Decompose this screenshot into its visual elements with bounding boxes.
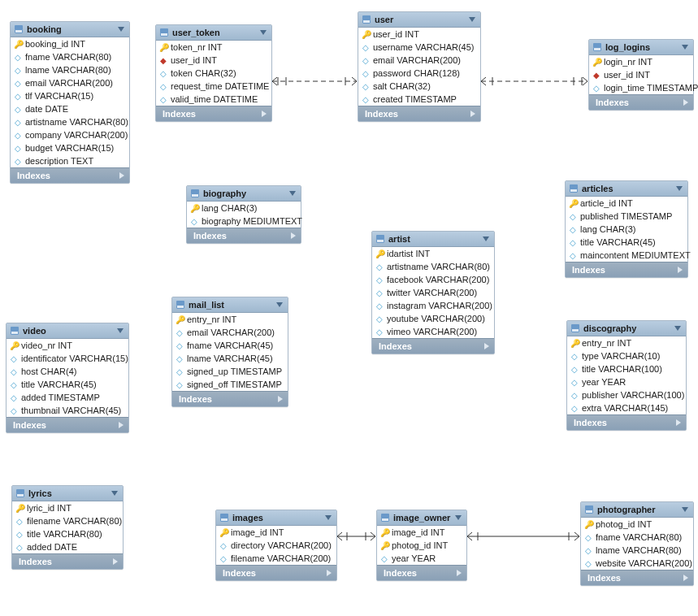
table-user-token[interactable]: user_token 🔑token_nr INT◆user_id INT◇tok…: [155, 24, 272, 122]
table-header[interactable]: video: [7, 323, 128, 339]
column-row[interactable]: 🔑token_nr INT: [156, 41, 271, 54]
indexes-section[interactable]: Indexes: [358, 106, 480, 121]
column-row[interactable]: ◇lname VARCHAR(80): [11, 63, 129, 76]
column-row[interactable]: ◇extra VARCHAR(145): [567, 401, 686, 414]
column-row[interactable]: 🔑idartist INT: [372, 247, 494, 260]
column-row[interactable]: ◇fname VARCHAR(80): [11, 50, 129, 63]
column-row[interactable]: ◇description TEXT: [11, 154, 129, 167]
column-row[interactable]: ◇added DATE: [12, 540, 123, 553]
column-row[interactable]: ◇created TIMESTAMP: [358, 93, 480, 106]
table-header[interactable]: artist: [372, 232, 494, 247]
table-mail-list[interactable]: mail_list 🔑entry_nr INT◇email VARCHAR(20…: [171, 297, 288, 407]
column-row[interactable]: ◇username VARCHAR(45): [358, 41, 480, 54]
column-row[interactable]: ◇directory VARCHAR(200): [216, 539, 336, 552]
table-header[interactable]: biography: [187, 186, 301, 202]
column-row[interactable]: 🔑image_id INT: [377, 526, 466, 539]
column-row[interactable]: ◇title VARCHAR(100): [567, 362, 686, 375]
indexes-section[interactable]: Indexes: [589, 94, 693, 110]
indexes-section[interactable]: Indexes: [172, 391, 288, 406]
column-row[interactable]: ◇maincontent MEDIUMTEXT: [566, 249, 687, 262]
column-row[interactable]: ◇thumbnail VARCHAR(45): [7, 404, 128, 417]
table-header[interactable]: image_owner: [377, 510, 466, 526]
column-row[interactable]: ◇website VARCHAR(200): [581, 557, 693, 570]
table-header[interactable]: user: [358, 12, 480, 28]
collapse-icon[interactable]: [682, 507, 688, 512]
column-row[interactable]: ◇token CHAR(32): [156, 67, 271, 80]
collapse-icon[interactable]: [325, 515, 332, 520]
column-row[interactable]: ◇email VARCHAR(200): [172, 326, 288, 339]
column-row[interactable]: 🔑video_nr INT: [7, 339, 128, 352]
column-row[interactable]: ◇artistname VARCHAR(80): [372, 260, 494, 273]
column-row[interactable]: ◇identificator VARCHAR(15): [7, 352, 128, 365]
column-row[interactable]: ◇fname VARCHAR(45): [172, 339, 288, 352]
collapse-icon[interactable]: [674, 326, 681, 331]
collapse-icon[interactable]: [118, 27, 124, 32]
column-row[interactable]: ◇youtube VARCHAR(200): [372, 312, 494, 325]
indexes-section[interactable]: Indexes: [216, 565, 336, 580]
column-row[interactable]: ◇signed_off TIMESTAMP: [172, 378, 288, 391]
column-row[interactable]: ◇fname VARCHAR(80): [581, 531, 693, 544]
collapse-icon[interactable]: [117, 328, 124, 333]
column-row[interactable]: 🔑entry_nr INT: [567, 336, 686, 349]
table-header[interactable]: booking: [11, 22, 129, 37]
column-row[interactable]: 🔑photog_id INT: [581, 518, 693, 531]
column-row[interactable]: ◇tlf VARCHAR(15): [11, 89, 129, 102]
table-header[interactable]: log_logins: [589, 40, 693, 55]
collapse-icon[interactable]: [469, 17, 475, 22]
table-header[interactable]: photographer: [581, 502, 693, 518]
indexes-section[interactable]: Indexes: [156, 106, 271, 121]
column-row[interactable]: 🔑user_id INT: [358, 28, 480, 41]
column-row[interactable]: 🔑image_id INT: [216, 526, 336, 539]
indexes-section[interactable]: Indexes: [581, 570, 693, 585]
column-row[interactable]: ◇email VARCHAR(200): [11, 76, 129, 89]
column-row[interactable]: ◇salt CHAR(32): [358, 80, 480, 93]
column-row[interactable]: ◇artistname VARCHAR(80): [11, 115, 129, 128]
indexes-section[interactable]: Indexes: [187, 228, 301, 243]
collapse-icon[interactable]: [455, 515, 462, 520]
indexes-section[interactable]: Indexes: [372, 338, 494, 354]
column-row[interactable]: ◇type VARCHAR(10): [567, 349, 686, 362]
column-row[interactable]: ◇added TIMESTAMP: [7, 391, 128, 404]
column-row[interactable]: ◇company VARCHAR(200): [11, 128, 129, 141]
table-discography[interactable]: discography 🔑entry_nr INT◇type VARCHAR(1…: [566, 320, 687, 431]
table-header[interactable]: articles: [566, 181, 687, 197]
collapse-icon[interactable]: [260, 30, 267, 35]
column-row[interactable]: 🔑booking_id INT: [11, 37, 129, 50]
column-row[interactable]: ◇request_time DATETIME: [156, 80, 271, 93]
column-row[interactable]: ◇lang CHAR(3): [566, 223, 687, 236]
table-images[interactable]: images 🔑image_id INT◇directory VARCHAR(2…: [215, 510, 337, 581]
indexes-section[interactable]: Indexes: [566, 262, 687, 277]
column-row[interactable]: 🔑article_id INT: [566, 197, 687, 210]
indexes-section[interactable]: Indexes: [7, 417, 128, 432]
column-row[interactable]: ◇filename VARCHAR(200): [216, 552, 336, 565]
table-video[interactable]: video 🔑video_nr INT◇identificator VARCHA…: [6, 323, 129, 433]
column-row[interactable]: ◇title VARCHAR(45): [566, 236, 687, 249]
column-row[interactable]: 🔑photog_id INT: [377, 539, 466, 552]
column-row[interactable]: ◇valid_time DATETIME: [156, 93, 271, 106]
column-row[interactable]: ◇facebook VARCHAR(200): [372, 273, 494, 286]
column-row[interactable]: ◇lname VARCHAR(45): [172, 352, 288, 365]
column-row[interactable]: ◇filename VARCHAR(80): [12, 514, 123, 527]
table-photographer[interactable]: photographer 🔑photog_id INT◇fname VARCHA…: [580, 501, 694, 586]
table-log-logins[interactable]: log_logins 🔑login_nr INT◆user_id INT◇log…: [588, 39, 694, 111]
column-row[interactable]: ◇host CHAR(4): [7, 365, 128, 378]
column-row[interactable]: ◇year YEAR: [377, 552, 466, 565]
column-row[interactable]: ◆user_id INT: [589, 68, 693, 81]
collapse-icon[interactable]: [682, 45, 688, 50]
column-row[interactable]: ◇biography MEDIUMTEXT: [187, 215, 301, 228]
collapse-icon[interactable]: [483, 236, 489, 241]
table-booking[interactable]: booking 🔑booking_id INT◇fname VARCHAR(80…: [10, 21, 130, 184]
column-row[interactable]: ◇email VARCHAR(200): [358, 54, 480, 67]
collapse-icon[interactable]: [289, 191, 296, 196]
column-row[interactable]: ◆user_id INT: [156, 54, 271, 67]
collapse-icon[interactable]: [276, 302, 283, 307]
table-artist[interactable]: artist 🔑idartist INT◇artistname VARCHAR(…: [371, 231, 495, 354]
table-lyrics[interactable]: lyrics 🔑lyric_id INT◇filename VARCHAR(80…: [11, 485, 124, 570]
table-header[interactable]: discography: [567, 321, 686, 336]
table-image-owner[interactable]: image_owner 🔑image_id INT🔑photog_id INT◇…: [376, 510, 467, 581]
column-row[interactable]: ◇password CHAR(128): [358, 67, 480, 80]
column-row[interactable]: 🔑lang CHAR(3): [187, 202, 301, 215]
indexes-section[interactable]: Indexes: [377, 565, 466, 580]
table-user[interactable]: user 🔑user_id INT◇username VARCHAR(45)◇e…: [358, 11, 481, 122]
table-biography[interactable]: biography 🔑lang CHAR(3)◇biography MEDIUM…: [186, 185, 301, 244]
